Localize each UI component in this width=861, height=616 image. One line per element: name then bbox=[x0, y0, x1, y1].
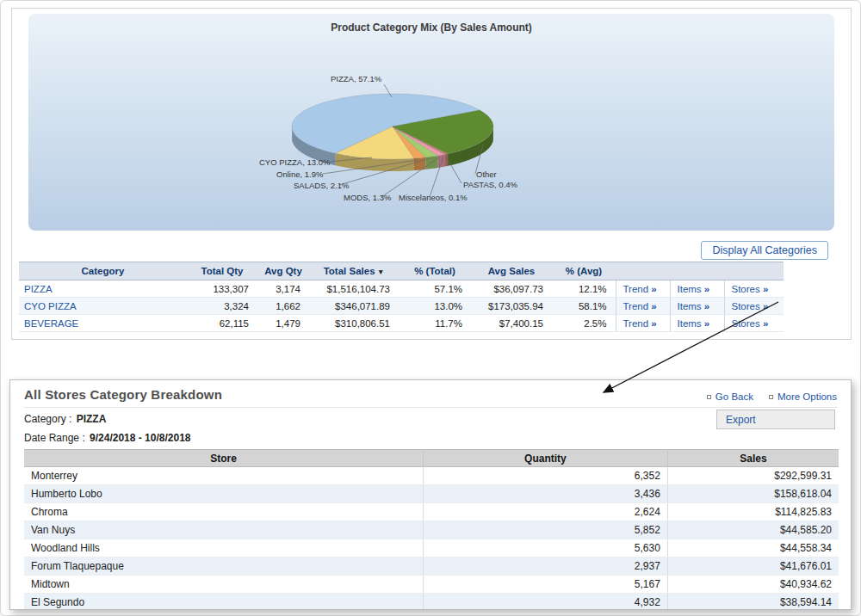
store-row: Humberto Lobo3,436$158,618.04 bbox=[24, 485, 839, 503]
store-breakdown-panel: All Stores Category Breakdown Go BackMor… bbox=[9, 379, 852, 610]
stores-link[interactable]: Stores » bbox=[732, 301, 768, 311]
sales-cell: $41,676.01 bbox=[667, 557, 839, 576]
items-link[interactable]: Items » bbox=[678, 301, 709, 311]
more-options-link[interactable]: More Options bbox=[769, 391, 837, 402]
pie-label-salads: SALADS, 2.1% bbox=[294, 181, 350, 190]
date-range-value: 9/24/2018 - 10/8/2018 bbox=[90, 432, 190, 444]
category-line: Category : PIZZA bbox=[24, 413, 837, 425]
column-header-pct-total[interactable]: % (Total) bbox=[399, 262, 471, 280]
date-range-line: Date Range : 9/24/2018 - 10/8/2018 bbox=[24, 432, 837, 444]
action-cell: Trend » bbox=[616, 315, 670, 332]
store-table: StoreQuantitySales Monterrey6,352$292,59… bbox=[24, 449, 839, 610]
display-all-categories-button[interactable]: Display All Categories bbox=[701, 241, 828, 260]
pie-slice-side bbox=[445, 154, 446, 166]
store-row: Midtown5,167$40,934.62 bbox=[24, 576, 839, 594]
pie-label-pastas: PASTAS, 0.4% bbox=[463, 180, 518, 189]
category-row: CYO PIZZA3,3241,662$346,071.8913.0%$173,… bbox=[19, 298, 784, 315]
panel-title: All Stores Category Breakdown bbox=[24, 387, 222, 402]
chart-area: Product Category Mix (By Sales Amount) P… bbox=[28, 14, 834, 231]
value-cell: 62,115 bbox=[187, 315, 257, 332]
column-header-category[interactable]: Category bbox=[19, 262, 187, 280]
chart-title: Product Category Mix (By Sales Amount) bbox=[28, 22, 834, 34]
pie-label-cyo-pizza: CYO PIZZA, 13.0% bbox=[259, 157, 331, 167]
pie-slice-side bbox=[446, 154, 448, 167]
value-cell: 57.1% bbox=[399, 280, 471, 298]
value-cell: $346,071.89 bbox=[309, 298, 399, 315]
double-chevron-icon: » bbox=[651, 318, 655, 329]
go-back-link[interactable]: Go Back bbox=[707, 391, 753, 402]
value-cell: 3,174 bbox=[257, 280, 309, 298]
action-cell: Stores » bbox=[724, 315, 784, 332]
value-cell: $310,806.51 bbox=[309, 315, 399, 332]
store-name-cell: Chroma bbox=[24, 503, 424, 521]
pie-slice-side bbox=[414, 157, 426, 170]
pie-chart: PIZZA, 57.1%CYO PIZZA, 13.0%Online, 1.9%… bbox=[28, 14, 834, 231]
sales-cell: $44,558.34 bbox=[667, 539, 839, 557]
items-link[interactable]: Items » bbox=[678, 284, 709, 294]
value-cell: $7,400.15 bbox=[471, 315, 552, 332]
date-range-label: Date Range : bbox=[24, 432, 85, 444]
quantity-cell: 3,436 bbox=[424, 485, 668, 503]
trend-link[interactable]: Trend » bbox=[623, 318, 656, 329]
category-link[interactable]: PIZZA bbox=[19, 280, 187, 298]
action-cell: Stores » bbox=[724, 280, 784, 298]
store-name-cell: Humberto Lobo bbox=[24, 485, 424, 503]
column-header-empty bbox=[670, 262, 724, 280]
double-chevron-icon: » bbox=[704, 301, 709, 311]
stores-link[interactable]: Stores » bbox=[732, 284, 768, 294]
column-header-total-sales[interactable]: Total Sales ▼ bbox=[309, 262, 399, 280]
store-row: Chroma2,624$114,825.83 bbox=[24, 503, 839, 521]
store-column-header-store: Store bbox=[24, 450, 424, 467]
sales-cell: $292,599.31 bbox=[667, 467, 839, 485]
quantity-cell: 5,630 bbox=[424, 539, 668, 557]
value-cell: $1,516,104.73 bbox=[309, 280, 399, 298]
value-cell: 58.1% bbox=[552, 298, 616, 315]
pie-slice-side bbox=[438, 154, 445, 168]
value-cell: 1,479 bbox=[257, 315, 309, 332]
export-button[interactable]: Export bbox=[716, 410, 835, 429]
store-name-cell: Van Nuys bbox=[24, 521, 424, 539]
double-chevron-icon: » bbox=[651, 301, 655, 311]
quantity-cell: 5,167 bbox=[424, 576, 668, 594]
quantity-cell: 2,937 bbox=[424, 557, 668, 576]
value-cell: 13.0% bbox=[399, 298, 471, 315]
double-chevron-icon: » bbox=[763, 284, 767, 294]
category-link[interactable]: CYO PIZZA bbox=[19, 298, 187, 315]
store-name-cell: El Segundo bbox=[24, 594, 424, 611]
column-header-avg-qty[interactable]: Avg Qty bbox=[257, 262, 309, 280]
double-chevron-icon: » bbox=[763, 318, 767, 329]
items-link[interactable]: Items » bbox=[678, 318, 709, 329]
category-mix-panel: Product Category Mix (By Sales Amount) P… bbox=[11, 8, 852, 340]
action-cell: Items » bbox=[670, 280, 724, 298]
store-column-header-sales: Sales bbox=[667, 450, 839, 467]
store-row: Woodland Hills5,630$44,558.34 bbox=[24, 539, 839, 557]
store-row: Forum Tlaquepaque2,937$41,676.01 bbox=[24, 557, 839, 576]
category-row: BEVERAGE62,1151,479$310,806.5111.7%$7,40… bbox=[19, 315, 784, 332]
column-header-total-qty[interactable]: Total Qty bbox=[187, 262, 257, 280]
value-cell: 133,307 bbox=[187, 280, 257, 298]
value-cell: $36,097.73 bbox=[471, 280, 552, 298]
pie-label-online: Online, 1.9% bbox=[276, 169, 324, 179]
panel-header: All Stores Category Breakdown Go BackMor… bbox=[24, 387, 837, 408]
column-header-avg-sales[interactable]: Avg Sales bbox=[471, 262, 552, 280]
value-cell: 11.7% bbox=[399, 315, 471, 332]
action-cell: Stores » bbox=[724, 298, 784, 315]
column-header-pct-avg[interactable]: % (Avg) bbox=[552, 262, 616, 280]
action-cell: Trend » bbox=[616, 280, 670, 298]
pie-label-pizza: PIZZA, 57.1% bbox=[331, 74, 382, 83]
store-row: El Segundo4,932$38,594.14 bbox=[24, 594, 839, 611]
quantity-cell: 2,624 bbox=[424, 503, 668, 521]
value-cell: 12.1% bbox=[552, 280, 616, 298]
double-chevron-icon: » bbox=[651, 284, 655, 294]
store-row: Monterrey6,352$292,599.31 bbox=[24, 467, 839, 485]
pie-label-miscelaneos: Miscelaneos, 0.1% bbox=[399, 193, 468, 202]
trend-link[interactable]: Trend » bbox=[623, 301, 656, 311]
category-link[interactable]: BEVERAGE bbox=[19, 315, 187, 332]
category-value: PIZZA bbox=[77, 413, 107, 425]
sales-cell: $44,585.20 bbox=[667, 521, 839, 539]
category-row: PIZZA133,3073,174$1,516,104.7357.1%$36,0… bbox=[19, 280, 784, 298]
sort-descending-icon: ▼ bbox=[375, 268, 385, 276]
trend-link[interactable]: Trend » bbox=[623, 284, 656, 294]
column-header-empty bbox=[616, 262, 670, 280]
stores-link[interactable]: Stores » bbox=[732, 318, 768, 329]
